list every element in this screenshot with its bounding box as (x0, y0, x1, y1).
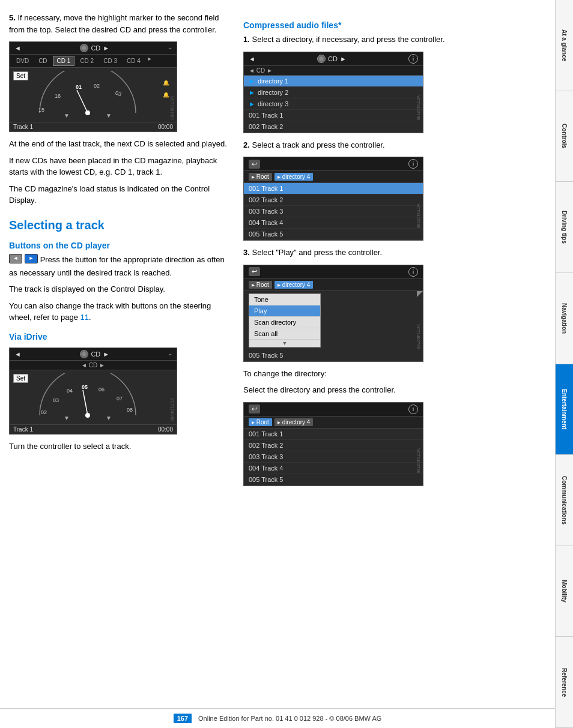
directory-screen: ◄ CD ► i ◄ CD ► ►directory 1 ►directory … (243, 52, 546, 133)
play-breadcrumb: ▸ Root ▸ directory 4 (244, 279, 423, 291)
track-002[interactable]: 002 Track 2 (244, 194, 423, 206)
track2-005[interactable]: 005 Track 5 (244, 474, 423, 486)
change-dir-para1: To change the directory: (243, 368, 546, 380)
track2-003[interactable]: 003 Track 3 (244, 451, 423, 463)
bc-dir4-2[interactable]: ▸ directory 4 (274, 281, 313, 289)
menu-scan-all[interactable]: Scan all (249, 328, 320, 340)
page-link-11[interactable]: 11 (80, 313, 89, 322)
set-badge2: Set (13, 374, 28, 383)
buttons-para1: ◄ ► Press the button for the appropriate… (9, 254, 231, 279)
dir-item-2[interactable]: ►directory 2 (244, 87, 423, 98)
svg-text:05: 05 (82, 384, 88, 390)
cd-tab-cd3[interactable]: CD 3 (99, 56, 121, 66)
svg-text:01: 01 (76, 84, 82, 90)
cd-tab-cd2[interactable]: CD 2 (76, 56, 98, 66)
footer-text: Online Edition for Part no. 01 41 0 012 … (198, 715, 381, 722)
svg-text:04: 04 (67, 388, 73, 394)
next-button[interactable]: ► (25, 254, 38, 263)
corner-icon2: ⌐ (169, 351, 172, 357)
bc-dir4[interactable]: ▸ directory 4 (274, 173, 313, 181)
dir-item-3[interactable]: ►directory 3 (244, 98, 423, 110)
info-icon: i (408, 54, 418, 64)
menu-tone[interactable]: Tone (249, 294, 320, 305)
cd-tab-cd4[interactable]: CD 4 (123, 56, 145, 66)
track2-002[interactable]: 002 Track 2 (244, 440, 423, 451)
cd-tabs-bar: DVD CD CD 1 CD 2 CD 3 CD 4 ► (10, 55, 177, 68)
back-button3[interactable]: ↩ (249, 405, 260, 414)
play-bottom-track[interactable]: 005 Track 5 (244, 350, 423, 361)
cd-tab-dvd[interactable]: DVD (12, 56, 33, 66)
left-column: 5. If necessary, move the highlight mark… (9, 12, 231, 492)
dir-track-001[interactable]: 001 Track 1 (244, 110, 423, 121)
info-icon4: i (408, 405, 418, 414)
cd-magazine-screen: ◄ CD ► ⌐ DVD CD CD 1 CD 2 CD 3 CD 4 ► (9, 41, 231, 132)
svg-line-5 (77, 90, 88, 113)
change-dir-para2: Select the directory and press the contr… (243, 384, 546, 396)
side-tabs: At a glance Controls Driving tips Naviga… (555, 0, 573, 728)
tab-navigation[interactable]: Navigation (555, 273, 573, 364)
cd-dial-svg: 15 16 01 02 03 ▼ ▼ (28, 71, 148, 119)
via-idrive-heading: Via iDrive (9, 332, 231, 341)
page-number: 167 (174, 714, 192, 723)
svg-text:15: 15 (38, 107, 44, 113)
track-003[interactable]: 003 Track 3 (244, 206, 423, 217)
cd-tab-cd[interactable]: CD (34, 56, 51, 66)
svg-text:03: 03 (53, 397, 59, 403)
track-005[interactable]: 005 Track 5 (244, 229, 423, 240)
tab-reference[interactable]: Reference (555, 637, 573, 728)
back-button2[interactable]: ↩ (249, 267, 260, 276)
step2-text: 2. Select a track and press the controll… (243, 139, 546, 151)
menu-scan-dir[interactable]: Scan directory (249, 317, 320, 328)
dir-screen-header: ◄ CD ► i (244, 52, 423, 66)
dir-item-1[interactable]: ►directory 1 (244, 76, 423, 87)
idrive-dial-svg: 02 03 04 05 06 07 08 ▼ ▼ (28, 373, 148, 421)
info-icon2: i (408, 159, 418, 169)
bc-root2[interactable]: ▸ Root (249, 281, 272, 289)
svg-text:▼: ▼ (106, 112, 112, 119)
step1-text: 1. Select a directory, if necessary, and… (243, 34, 546, 46)
para3: The CD magazine's load status is indicat… (9, 183, 231, 206)
dir-disc-icon (317, 55, 326, 63)
track-004[interactable]: 004 Track 4 (244, 217, 423, 229)
step3-text: 3. Select "Play" and press the controlle… (243, 247, 546, 259)
tab-communications[interactable]: Communications (555, 455, 573, 546)
tab-controls[interactable]: Controls (555, 91, 573, 182)
screen1-footer: Track 1 00:00 (10, 122, 177, 131)
dir-track-002[interactable]: 002 Track 2 (244, 121, 423, 133)
buttons-para2: The track is displayed on the Control Di… (9, 283, 231, 295)
svg-text:02: 02 (41, 409, 47, 415)
track-001[interactable]: 001 Track 1 (244, 183, 423, 194)
tab-mobility[interactable]: Mobility (555, 546, 573, 637)
back-button[interactable]: ↩ (249, 160, 260, 169)
tab-at-a-glance[interactable]: At a glance (555, 0, 573, 91)
buttons-cd-player-heading: Buttons on the CD player (9, 241, 231, 250)
tab-entertainment[interactable]: Entertainment (555, 364, 573, 456)
menu-corner (417, 291, 423, 297)
track-breadcrumb2: ▸ Root ▸ directory 4 (244, 417, 423, 429)
idrive-screen: ◄ CD ► ⌐ ◄ CD ► Set 02 03 (9, 347, 231, 435)
track-select-screen2: ↩ i ▸ Root ▸ directory 4 001 Track 1 002… (243, 402, 546, 486)
idrive-para: Turn the controller to select a track. (9, 441, 231, 453)
cd-disc-icon2 (80, 350, 88, 358)
track2-004[interactable]: 004 Track 4 (244, 463, 423, 474)
cd-tab-cd1[interactable]: CD 1 (53, 56, 75, 66)
selecting-track-heading: Selecting a track (9, 218, 231, 232)
right-column: Compressed audio files* 1. Select a dire… (243, 12, 546, 492)
set-badge: Set (13, 71, 28, 80)
bc-root3[interactable]: ▸ Root (249, 418, 272, 426)
menu-play[interactable]: Play (249, 305, 320, 317)
direction-buttons: ◄ ► (9, 254, 38, 263)
svg-text:16: 16 (55, 93, 61, 99)
bc-dir4-3[interactable]: ▸ directory 4 (274, 418, 313, 426)
main-content: 5. If necessary, move the highlight mark… (0, 0, 555, 504)
svg-text:06: 06 (99, 387, 105, 393)
bc-root[interactable]: ▸ Root (249, 173, 272, 181)
screen2-body: Set 02 03 04 05 06 07 08 ▼ ▼ (10, 370, 177, 424)
track2-001[interactable]: 001 Track 1 (244, 429, 423, 440)
prev-button[interactable]: ◄ (9, 254, 22, 263)
tab-driving-tips[interactable]: Driving tips (555, 182, 573, 273)
track-screen1-header: ↩ i (244, 157, 423, 171)
step5-text: 5. If necessary, move the highlight mark… (9, 12, 231, 35)
svg-point-17 (85, 413, 90, 418)
dir-subheader: ◄ CD ► (244, 66, 423, 76)
